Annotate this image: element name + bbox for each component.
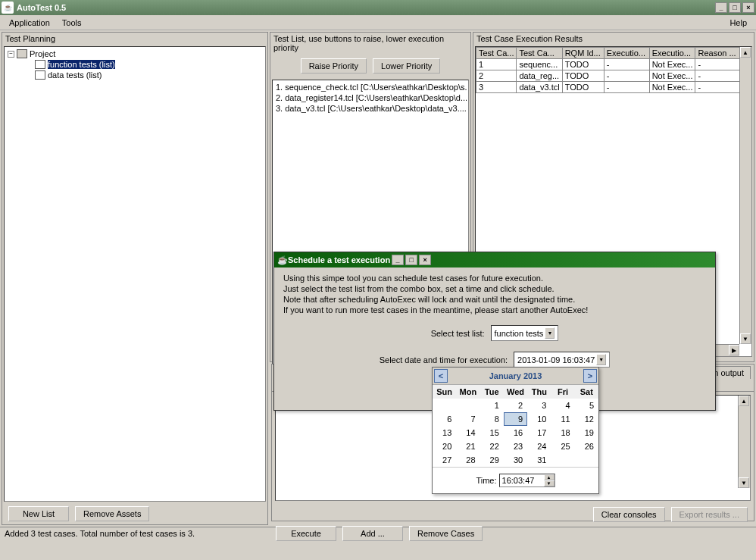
- calendar-day[interactable]: 31: [527, 453, 551, 467]
- java-icon: ☕: [2, 2, 14, 14]
- scroll-up-icon[interactable]: ▲: [740, 47, 751, 58]
- calendar-day[interactable]: 15: [480, 426, 504, 440]
- clear-consoles-button[interactable]: Clear consoles: [593, 507, 665, 522]
- col-header[interactable]: Executio...: [649, 48, 695, 59]
- test-item[interactable]: 1. sequence_check.tcl [C:\Users\eathkar\…: [274, 82, 467, 92]
- calendar-day[interactable]: 27: [433, 453, 456, 467]
- test-planning-panel: Test Planning − Project function tests (…: [2, 32, 268, 525]
- dialog-maximize-button[interactable]: □: [405, 255, 417, 265]
- calendar-day[interactable]: 13: [433, 426, 456, 440]
- calendar-day[interactable]: 3: [527, 399, 551, 412]
- chevron-down-icon[interactable]: ▼: [596, 354, 606, 365]
- table-row[interactable]: 2 data_reg... TODO - Not Exec... -: [476, 70, 751, 82]
- menu-tools[interactable]: Tools: [56, 17, 88, 29]
- calendar-day[interactable]: 19: [575, 426, 598, 440]
- dialog-text: Using this simpe tool you can schedule t…: [283, 274, 706, 283]
- select-date-label: Select date and time for execution:: [380, 355, 508, 364]
- close-button[interactable]: ×: [742, 2, 754, 13]
- dialog-close-button[interactable]: ×: [419, 255, 431, 265]
- remove-cases-button[interactable]: Remove Cases: [409, 526, 483, 541]
- calendar-day[interactable]: 9: [504, 412, 527, 426]
- test-list-combo[interactable]: function tests ▼: [491, 325, 559, 341]
- raise-priority-button[interactable]: Raise Priority: [301, 58, 367, 74]
- calendar-day[interactable]: 30: [504, 453, 527, 467]
- dialog-text: Just select the test list from the combo…: [283, 284, 706, 293]
- next-month-button[interactable]: >: [583, 369, 597, 383]
- maximize-button[interactable]: □: [729, 2, 741, 13]
- test-item[interactable]: 3. data_v3.tcl [C:\Users\eathkar\Desktop…: [274, 103, 467, 114]
- calendar-day[interactable]: 26: [575, 440, 598, 453]
- vertical-scrollbar[interactable]: ▲ ▼: [739, 47, 751, 344]
- tree-item-data-tests[interactable]: data tests (list): [8, 70, 262, 80]
- dialog-minimize-button[interactable]: _: [392, 255, 404, 265]
- dialog-text: Note that after scheduling AutoExec will…: [283, 295, 706, 304]
- time-input[interactable]: [500, 474, 544, 486]
- table-row[interactable]: 1 sequenc... TODO - Not Exec... -: [476, 59, 751, 70]
- col-header[interactable]: RQM Id...: [562, 48, 604, 59]
- vertical-scrollbar[interactable]: ▲ ▼: [738, 396, 750, 488]
- calendar-day[interactable]: 12: [575, 412, 598, 426]
- list-icon: [35, 70, 45, 80]
- execute-button[interactable]: Execute: [276, 526, 336, 541]
- calendar-day[interactable]: 18: [551, 426, 574, 440]
- menu-application[interactable]: Application: [3, 17, 56, 29]
- calendar-day[interactable]: 8: [480, 412, 504, 426]
- tree-root[interactable]: − Project: [8, 48, 262, 59]
- table-row[interactable]: 3 data_v3.tcl TODO - Not Exec... -: [476, 82, 751, 93]
- calendar-day[interactable]: 6: [433, 412, 456, 426]
- calendar-day[interactable]: 22: [480, 440, 504, 453]
- dialog-title-text: Schedule a test execution: [288, 255, 390, 264]
- calendar-day[interactable]: 21: [456, 440, 480, 453]
- col-header[interactable]: Test Ca...: [476, 48, 517, 59]
- calendar-day[interactable]: 4: [551, 399, 574, 412]
- calendar-day[interactable]: 14: [456, 426, 480, 440]
- calendar-day[interactable]: 20: [433, 440, 456, 453]
- menu-help[interactable]: Help: [723, 17, 753, 29]
- list-icon: [35, 60, 45, 69]
- lower-priority-button[interactable]: Lower Priority: [373, 58, 440, 74]
- calendar-day[interactable]: 28: [456, 453, 480, 467]
- calendar-day[interactable]: 24: [527, 440, 551, 453]
- scroll-right-icon[interactable]: ▶: [729, 345, 739, 355]
- add-button[interactable]: Add ...: [342, 526, 403, 541]
- calendar-day[interactable]: 7: [456, 412, 480, 426]
- calendar-day[interactable]: 11: [551, 412, 574, 426]
- calendar-day[interactable]: 16: [504, 426, 527, 440]
- prev-month-button[interactable]: <: [434, 369, 448, 383]
- calendar-dow: Sat: [575, 385, 598, 399]
- chevron-down-icon[interactable]: ▼: [545, 327, 555, 339]
- test-item[interactable]: 2. data_register14.tcl [C:\Users\eathkar…: [274, 92, 467, 103]
- scroll-down-icon[interactable]: ▼: [739, 477, 749, 488]
- results-table: Test Ca... Test Ca... RQM Id... Executio…: [476, 47, 751, 93]
- scroll-up-icon[interactable]: ▲: [739, 396, 749, 406]
- calendar-day[interactable]: 5: [575, 399, 598, 412]
- collapse-icon[interactable]: −: [8, 51, 14, 58]
- calendar-month: January 2013: [489, 371, 542, 380]
- calendar-day[interactable]: 10: [527, 412, 551, 426]
- project-tree[interactable]: − Project function tests (list) data tes…: [4, 46, 266, 502]
- spinner-down-icon[interactable]: ▼: [544, 480, 555, 486]
- scroll-down-icon[interactable]: ▼: [740, 333, 751, 344]
- spinner-up-icon[interactable]: ▲: [544, 474, 555, 480]
- tree-item-function-tests[interactable]: function tests (list): [8, 59, 262, 70]
- calendar-day[interactable]: 2: [504, 399, 527, 412]
- calendar-dow: Mon: [456, 385, 480, 399]
- new-list-button[interactable]: New List: [8, 506, 69, 521]
- calendar-day[interactable]: 17: [527, 426, 551, 440]
- col-header[interactable]: Test Ca...: [517, 48, 562, 59]
- time-spinner[interactable]: ▲ ▼: [499, 474, 555, 487]
- datetime-combo[interactable]: 2013-01-09 16:03:47 ▼: [514, 352, 610, 368]
- minimize-button[interactable]: _: [715, 2, 727, 13]
- calendar-day[interactable]: 29: [480, 453, 504, 467]
- remove-assets-button[interactable]: Remove Assets: [75, 506, 149, 521]
- calendar-day[interactable]: 25: [551, 440, 574, 453]
- panel-title: Test Planning: [2, 33, 267, 45]
- calendar-day[interactable]: 1: [480, 399, 504, 412]
- window-title: AutoTest 0.5: [17, 3, 66, 12]
- dialog-titlebar[interactable]: ☕ Schedule a test execution _ □ ×: [274, 252, 715, 267]
- calendar-day[interactable]: 23: [504, 440, 527, 453]
- col-header[interactable]: Executio...: [604, 48, 649, 59]
- export-results-button[interactable]: Export results ...: [671, 507, 748, 522]
- dialog-text: If you want to run more test cases in th…: [283, 305, 706, 314]
- project-icon: [17, 49, 27, 58]
